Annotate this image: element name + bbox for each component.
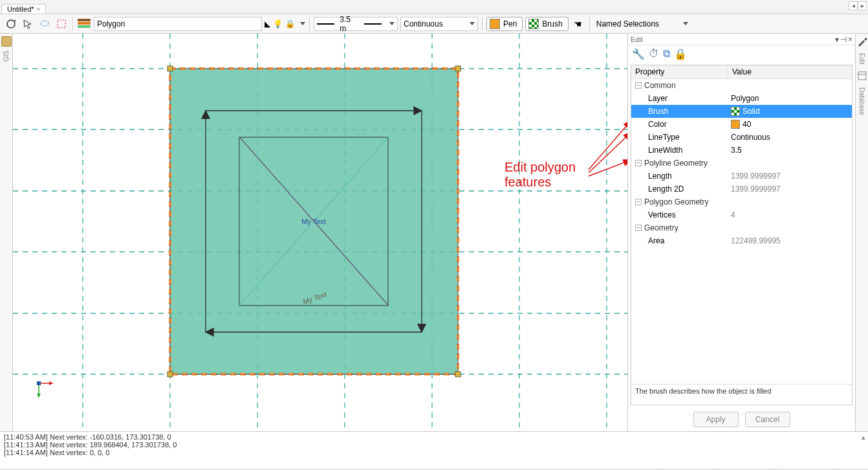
line-width-value: 3.5 m xyxy=(340,15,358,33)
tab-close-icon[interactable]: × xyxy=(37,6,41,13)
edit-tool-lock-icon[interactable]: 🔒 xyxy=(674,48,687,60)
line-preview-icon xyxy=(317,23,334,25)
pen-label: Pen xyxy=(503,19,517,28)
svg-rect-22 xyxy=(455,372,461,377)
edit-tool-wrench-icon[interactable]: 🔧 xyxy=(632,48,645,60)
gis-panel-label[interactable]: GIS xyxy=(3,50,10,62)
line-type-caret-icon[interactable] xyxy=(470,22,475,25)
prop-row-length2d[interactable]: Length 2D 1399.9999997 xyxy=(631,183,852,196)
left-gutter: GIS xyxy=(0,34,13,431)
tabstrip-nav: ◂ ▸ xyxy=(849,1,867,10)
panel-pin-button[interactable]: ⊣ xyxy=(840,35,847,44)
right-tab-edit[interactable]: Edit xyxy=(858,53,865,64)
document-tab[interactable]: Untitled* × xyxy=(1,4,46,14)
command-log[interactable]: [11:40:53 AM] Next vertex: -160.0316, 17… xyxy=(0,431,868,469)
collapse-icon[interactable]: − xyxy=(635,82,642,89)
apply-button[interactable]: Apply xyxy=(693,412,739,427)
tool-pointer-button[interactable] xyxy=(21,17,35,31)
color-value-swatch xyxy=(731,120,740,129)
prop-row-area[interactable]: Area 122499.99995 xyxy=(631,234,852,247)
main-toolbar: Polygon ◣ 💡 🔒 3.5 m Continuous Pen Brush… xyxy=(0,14,868,34)
tool-lasso-button[interactable] xyxy=(38,17,52,31)
eyedropper-button[interactable]: ☚ xyxy=(571,17,585,31)
prop-row-brush[interactable]: Brush Solid xyxy=(631,105,852,118)
panel-close-button[interactable]: × xyxy=(848,35,852,44)
svg-rect-44 xyxy=(858,72,866,80)
document-tab-title: Untitled* xyxy=(7,5,34,13)
edit-panel-buttons: Apply Cancel xyxy=(628,408,855,431)
edit-panel-title: Edit xyxy=(631,36,643,43)
layer-quick-toggles: ◣ 💡 🔒 xyxy=(265,19,305,28)
svg-rect-19 xyxy=(168,66,173,71)
line-width-selector[interactable]: 3.5 m xyxy=(314,17,398,31)
tools-icon[interactable] xyxy=(857,36,867,47)
brush-pattern-swatch xyxy=(528,19,539,29)
named-selections-caret-icon[interactable] xyxy=(683,22,688,25)
svg-marker-38 xyxy=(37,394,41,397)
property-grid-hint: The brush describes how the object is fi… xyxy=(631,384,852,405)
canvas-text-center: My Text xyxy=(301,218,326,225)
layer-lock-icon[interactable]: 🔒 xyxy=(285,19,295,28)
line-type-value: Continuous xyxy=(404,19,443,28)
log-line: [11:41:14 AM] Next vertex: 0, 0, 0 xyxy=(4,449,864,456)
tool-marquee-button[interactable] xyxy=(54,17,69,31)
brush-value-swatch xyxy=(731,107,740,116)
log-line: [11:41:13 AM] Next vertex: 189.968404, 1… xyxy=(4,441,864,449)
gis-panel-icon[interactable] xyxy=(1,36,12,47)
tool-reset-button[interactable] xyxy=(4,17,18,31)
prop-row-layer[interactable]: Layer Polygon xyxy=(631,92,852,105)
drawing-canvas[interactable]: My Text My Text Edit polygon features xyxy=(13,34,627,431)
prop-row-linewidth[interactable]: LineWidth 3.5 xyxy=(631,144,852,157)
collapse-icon[interactable]: − xyxy=(635,160,642,166)
layer-selector[interactable]: Polygon xyxy=(94,17,262,31)
tab-nav-prev-button[interactable]: ◂ xyxy=(849,1,858,10)
named-selections-dropdown[interactable]: Named Selections xyxy=(594,17,691,31)
edit-tool-copy-icon[interactable]: ⧉ xyxy=(663,48,670,60)
layer-triangle-icon[interactable]: ◣ xyxy=(265,19,270,28)
named-selections-label: Named Selections xyxy=(596,19,659,28)
svg-marker-36 xyxy=(49,381,53,385)
svg-point-0 xyxy=(7,20,15,28)
collapse-icon[interactable]: − xyxy=(635,225,642,231)
layer-bulb-icon[interactable]: 💡 xyxy=(273,19,283,28)
prop-row-color[interactable]: Color 40 xyxy=(631,118,852,131)
svg-rect-21 xyxy=(168,372,173,377)
cancel-button[interactable]: Cancel xyxy=(745,412,790,427)
right-gutter: Edit Database xyxy=(855,34,868,431)
svg-rect-39 xyxy=(37,381,41,385)
brush-button[interactable]: Brush xyxy=(525,17,568,31)
line-preview-icon-2 xyxy=(364,23,382,25)
prop-group-common[interactable]: −Common xyxy=(631,79,852,92)
prop-group-polyline[interactable]: −Polyline Geometry xyxy=(631,157,852,170)
svg-rect-20 xyxy=(455,66,461,71)
property-grid-header: Property Value xyxy=(631,65,852,79)
edit-panel-header: Edit ▾ ⊣ × xyxy=(628,34,855,45)
collapse-icon[interactable]: − xyxy=(635,199,642,205)
panel-menu-button[interactable]: ▾ xyxy=(835,35,839,44)
right-tab-database[interactable]: Database xyxy=(858,87,865,115)
line-type-selector[interactable]: Continuous xyxy=(400,17,478,31)
pen-button[interactable]: Pen xyxy=(486,17,523,31)
property-grid: Property Value −Common Layer Polygon Bru… xyxy=(631,65,852,405)
tab-nav-next-button[interactable]: ▸ xyxy=(858,1,867,10)
svg-rect-2 xyxy=(58,20,65,28)
prop-group-geometry[interactable]: −Geometry xyxy=(631,221,852,234)
layer-selector-value: Polygon xyxy=(97,19,125,28)
database-icon[interactable] xyxy=(857,71,867,81)
log-scroll-up-icon[interactable]: ▴ xyxy=(862,433,865,442)
workspace: GIS xyxy=(0,34,868,431)
property-header-value: Value xyxy=(728,65,755,78)
edit-tool-clock-icon[interactable]: ⏱ xyxy=(649,48,659,60)
log-line: [11:40:53 AM] Next vertex: -160.0316, 17… xyxy=(4,433,864,441)
prop-row-length[interactable]: Length 1399.9999997 xyxy=(631,170,852,183)
brush-label: Brush xyxy=(542,19,562,28)
prop-row-linetype[interactable]: LineType Continuous xyxy=(631,131,852,144)
prop-row-vertices[interactable]: Vertices 4 xyxy=(631,208,852,221)
layer-stack-icon[interactable] xyxy=(77,17,91,31)
property-header-property: Property xyxy=(631,65,728,78)
line-width-caret-icon[interactable] xyxy=(389,22,395,25)
document-tabstrip: Untitled* × ◂ ▸ xyxy=(0,0,868,14)
prop-group-polygon[interactable]: −Polygon Geometry xyxy=(631,196,852,208)
pen-color-swatch xyxy=(490,19,500,29)
layer-dropdown-caret-icon[interactable] xyxy=(300,22,305,25)
